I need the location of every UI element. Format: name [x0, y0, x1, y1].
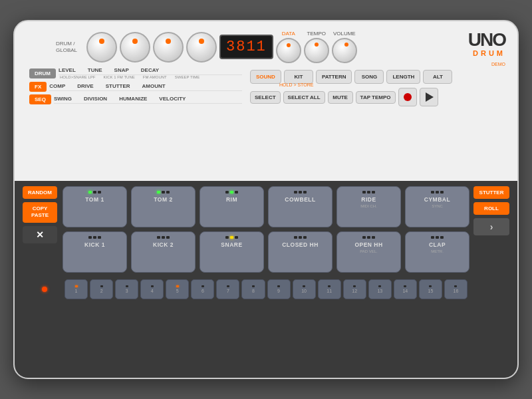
step-7[interactable]: 7 [216, 279, 239, 299]
seq-param-row: SEQ SWING DIVISION HUMANIZE VELOCITY [29, 94, 242, 104]
pad-kick1[interactable]: KICK 1 [63, 231, 127, 273]
step-2[interactable]: 2 [90, 279, 113, 299]
mute-btn[interactable]: MUTE [328, 91, 353, 104]
knob-4[interactable] [186, 32, 217, 63]
step-led-5 [176, 285, 179, 287]
sound-btn[interactable]: SOUND [250, 70, 281, 84]
pad-led [157, 236, 160, 239]
pad-led [299, 236, 302, 239]
pad-closed-hh[interactable]: CLOSED HH [268, 231, 332, 273]
swing-label: SWING [54, 96, 72, 102]
length-btn[interactable]: LENGTH [386, 70, 420, 84]
record-btn[interactable] [398, 88, 417, 106]
pad-led [440, 236, 444, 239]
drum-global-label: DRUM /GLOBAL [56, 41, 81, 53]
song-btn[interactable]: SONG [354, 70, 384, 84]
drum-btn[interactable]: DRUM [29, 68, 56, 78]
humanize-label: HUMANIZE [119, 96, 147, 102]
pattern-btn[interactable]: PATTERN [316, 70, 352, 84]
random-btn[interactable]: RANDOM [23, 186, 57, 199]
knob-3[interactable] [153, 32, 184, 63]
volume-knob-col: VOLUME [332, 31, 357, 63]
pad-cowbell[interactable]: COWBELL [268, 186, 332, 227]
step-8[interactable]: 8 [241, 279, 265, 299]
select-btn[interactable]: SELECT [250, 91, 281, 104]
display: 3811 [219, 35, 273, 59]
pad-clap[interactable]: CLAP METR. [405, 231, 469, 273]
pad-tom2[interactable]: TOM 2 [131, 186, 196, 227]
step-11[interactable]: 11 [318, 279, 341, 299]
pad-clap-sublabel: METR. [431, 249, 444, 253]
left-sidebar: RANDOM COPYPASTE ✕ [23, 186, 59, 277]
step-led-3 [126, 285, 128, 287]
select-all-btn[interactable]: SELECT ALL [283, 91, 325, 104]
copy-paste-btn[interactable]: COPYPASTE [23, 202, 57, 223]
alt-btn[interactable]: ALT [423, 70, 452, 84]
controls-row-2: HOLD > STORE SELECT SELECT ALL MUTE TAP … [250, 88, 505, 106]
stutter-btn[interactable]: STUTTER [473, 186, 509, 199]
step-4[interactable]: 4 [140, 279, 164, 299]
pads-area: TOM 1 TOM 2 [63, 186, 469, 277]
tempo-knob[interactable] [304, 38, 329, 63]
pad-ride-label: RIDE [361, 196, 376, 203]
pad-open-hh[interactable]: OPEN HH PAD VEL. [336, 231, 401, 273]
pad-closed-hh-label: CLOSED HH [282, 241, 319, 248]
step-13[interactable]: 13 [368, 279, 392, 299]
pad-led [303, 236, 307, 239]
step-3[interactable]: 3 [115, 279, 138, 299]
pad-led [294, 236, 297, 239]
data-knob[interactable] [276, 38, 301, 63]
step-led-16 [454, 285, 457, 287]
pad-led [431, 236, 434, 239]
drum-param-row: DRUM LEVEL TUNE SNAP DECAY HOLD>SNARE LP… [29, 67, 242, 79]
knob-1[interactable] [86, 32, 117, 63]
volume-knob[interactable] [332, 38, 357, 63]
roll-btn[interactable]: ROLL [473, 202, 509, 215]
pad-led [299, 191, 302, 194]
step-12[interactable]: 12 [343, 279, 366, 299]
pad-rim[interactable]: RIM [200, 186, 264, 227]
pad-led [230, 191, 233, 194]
pad-led [93, 236, 96, 239]
snare-lpf-label: HOLD>SNARE LPF [60, 75, 96, 79]
next-btn[interactable]: › [473, 218, 509, 235]
step-10[interactable]: 10 [293, 279, 316, 299]
fx-param-row: FX COMP DRIVE STUTTER AMOUNT [29, 82, 242, 92]
step-5[interactable]: 5 [166, 279, 189, 299]
pad-led [230, 236, 233, 239]
knob-2[interactable] [120, 32, 150, 63]
step-led-8 [252, 285, 255, 287]
kit-btn[interactable]: KIT [284, 70, 313, 84]
pad-kick2[interactable]: KICK 2 [131, 231, 196, 273]
step-9[interactable]: 9 [267, 279, 291, 299]
pad-led [88, 236, 92, 239]
pad-snare[interactable]: SNARE [200, 231, 264, 273]
pad-ride[interactable]: RIDE MIDI CH. [336, 186, 401, 227]
pad-cymbal[interactable]: CYMBAL SYNC [405, 186, 469, 227]
pad-kick1-label: KICK 1 [84, 241, 105, 248]
seq-btn[interactable]: SEQ [29, 94, 51, 104]
step-16[interactable]: 16 [444, 279, 467, 299]
x-btn[interactable]: ✕ [23, 226, 57, 243]
step-1[interactable]: 1 [65, 279, 88, 299]
right-sidebar: STUTTER ROLL › [473, 186, 509, 277]
step-led-2 [100, 285, 103, 287]
pad-led [166, 191, 170, 194]
pad-cowbell-label: COWBELL [285, 196, 315, 203]
tap-tempo-btn[interactable]: TAP TEMPO [356, 91, 396, 104]
pad-led [303, 191, 307, 194]
play-btn[interactable] [420, 88, 438, 106]
pad-led [235, 236, 238, 239]
snap-label: SNAP [114, 67, 129, 73]
pad-led [372, 191, 375, 194]
pad-tom1[interactable]: TOM 1 [63, 186, 127, 227]
step-15[interactable]: 15 [419, 279, 442, 299]
pad-led [235, 191, 238, 194]
pad-cymbal-label: CYMBAL [424, 196, 450, 203]
step-14[interactable]: 14 [394, 279, 417, 299]
fx-btn[interactable]: FX [29, 82, 47, 92]
pad-open-hh-label: OPEN HH [354, 241, 382, 248]
step-6[interactable]: 6 [191, 279, 214, 299]
pad-led [362, 236, 366, 239]
logo-uno: UNO [468, 31, 505, 49]
